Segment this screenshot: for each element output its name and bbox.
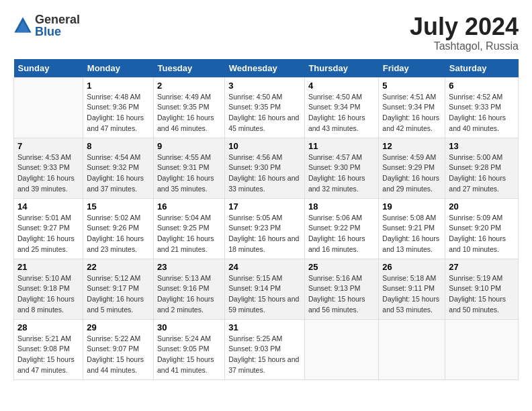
day-info: Sunrise: 4:57 AMSunset: 9:30 PMDaylight:… [308, 152, 375, 195]
calendar-cell: 16Sunrise: 5:04 AMSunset: 9:25 PMDayligh… [153, 198, 224, 259]
calendar-cell [14, 77, 83, 138]
logo-text: General Blue [35, 13, 80, 38]
day-number: 21 [17, 262, 79, 272]
calendar-cell: 24Sunrise: 5:15 AMSunset: 9:14 PMDayligh… [225, 259, 305, 319]
day-info: Sunrise: 4:56 AMSunset: 9:30 PMDaylight:… [228, 152, 301, 195]
day-number: 14 [17, 201, 79, 212]
calendar-cell: 30Sunrise: 5:24 AMSunset: 9:05 PMDayligh… [153, 319, 224, 379]
calendar-cell: 17Sunrise: 5:05 AMSunset: 9:23 PMDayligh… [225, 198, 305, 259]
day-number: 31 [228, 322, 301, 332]
day-info: Sunrise: 5:02 AMSunset: 9:26 PMDaylight:… [87, 213, 150, 255]
day-number: 4 [308, 81, 375, 91]
calendar-cell: 29Sunrise: 5:22 AMSunset: 9:07 PMDayligh… [83, 319, 154, 379]
calendar-cell: 26Sunrise: 5:18 AMSunset: 9:11 PMDayligh… [379, 259, 445, 319]
calendar-cell: 18Sunrise: 5:06 AMSunset: 9:22 PMDayligh… [304, 198, 378, 259]
calendar-cell: 20Sunrise: 5:09 AMSunset: 9:20 PMDayligh… [445, 198, 519, 259]
day-number: 1 [87, 81, 150, 91]
logo-general: General [35, 13, 80, 26]
weekday-header: Thursday [304, 59, 378, 78]
calendar-cell: 6Sunrise: 4:52 AMSunset: 9:33 PMDaylight… [445, 77, 519, 138]
day-info: Sunrise: 5:04 AMSunset: 9:25 PMDaylight:… [157, 213, 221, 255]
day-info: Sunrise: 5:12 AMSunset: 9:17 PMDaylight:… [87, 273, 150, 316]
logo: General Blue [13, 13, 80, 38]
month-year-title: July 2024 [410, 13, 519, 40]
title-block: July 2024 Tashtagol, Russia [410, 13, 519, 52]
calendar-cell: 2Sunrise: 4:49 AMSunset: 9:35 PMDaylight… [153, 77, 224, 138]
day-number: 15 [87, 201, 150, 212]
day-number: 30 [157, 322, 221, 332]
weekday-header: Tuesday [153, 59, 224, 78]
day-number: 7 [17, 141, 79, 151]
calendar-cell: 8Sunrise: 4:54 AMSunset: 9:32 PMDaylight… [83, 138, 154, 198]
weekday-header-row: SundayMondayTuesdayWednesdayThursdayFrid… [14, 59, 519, 78]
calendar-week-row: 7Sunrise: 4:53 AMSunset: 9:33 PMDaylight… [14, 138, 519, 198]
day-info: Sunrise: 5:05 AMSunset: 9:23 PMDaylight:… [228, 213, 301, 255]
day-info: Sunrise: 5:08 AMSunset: 9:21 PMDaylight:… [382, 213, 441, 255]
calendar-cell: 1Sunrise: 4:48 AMSunset: 9:36 PMDaylight… [83, 77, 154, 138]
weekday-header: Sunday [14, 59, 83, 78]
calendar-cell: 31Sunrise: 5:25 AMSunset: 9:03 PMDayligh… [225, 319, 305, 379]
day-number: 25 [308, 262, 375, 272]
day-info: Sunrise: 5:24 AMSunset: 9:05 PMDaylight:… [157, 334, 221, 376]
day-info: Sunrise: 5:21 AMSunset: 9:08 PMDaylight:… [17, 334, 79, 376]
day-number: 2 [157, 81, 221, 91]
day-number: 28 [17, 322, 79, 332]
day-info: Sunrise: 5:13 AMSunset: 9:16 PMDaylight:… [157, 273, 221, 316]
weekday-header: Monday [83, 59, 154, 78]
location-subtitle: Tashtagol, Russia [410, 40, 519, 52]
calendar-cell: 3Sunrise: 4:50 AMSunset: 9:35 PMDaylight… [225, 77, 305, 138]
weekday-header: Friday [379, 59, 445, 78]
day-info: Sunrise: 5:00 AMSunset: 9:28 PMDaylight:… [449, 152, 515, 195]
day-info: Sunrise: 5:09 AMSunset: 9:20 PMDaylight:… [449, 213, 515, 255]
day-number: 5 [382, 81, 441, 91]
day-info: Sunrise: 4:55 AMSunset: 9:31 PMDaylight:… [157, 152, 221, 195]
weekday-header: Wednesday [225, 59, 305, 78]
day-number: 17 [228, 201, 301, 212]
calendar-cell: 27Sunrise: 5:19 AMSunset: 9:10 PMDayligh… [445, 259, 519, 319]
day-number: 24 [228, 262, 301, 272]
day-number: 13 [449, 141, 515, 151]
calendar-cell: 15Sunrise: 5:02 AMSunset: 9:26 PMDayligh… [83, 198, 154, 259]
calendar-cell: 22Sunrise: 5:12 AMSunset: 9:17 PMDayligh… [83, 259, 154, 319]
calendar-cell: 28Sunrise: 5:21 AMSunset: 9:08 PMDayligh… [14, 319, 83, 379]
day-number: 8 [87, 141, 150, 151]
calendar-cell: 19Sunrise: 5:08 AMSunset: 9:21 PMDayligh… [379, 198, 445, 259]
calendar-cell: 7Sunrise: 4:53 AMSunset: 9:33 PMDaylight… [14, 138, 83, 198]
day-info: Sunrise: 5:10 AMSunset: 9:18 PMDaylight:… [17, 273, 79, 316]
day-info: Sunrise: 5:22 AMSunset: 9:07 PMDaylight:… [87, 334, 150, 376]
day-number: 26 [382, 262, 441, 272]
calendar-cell: 9Sunrise: 4:55 AMSunset: 9:31 PMDaylight… [153, 138, 224, 198]
page-header: General Blue July 2024 Tashtagol, Russia [13, 13, 519, 52]
logo-icon [13, 16, 32, 35]
day-info: Sunrise: 4:54 AMSunset: 9:32 PMDaylight:… [87, 152, 150, 195]
day-info: Sunrise: 5:06 AMSunset: 9:22 PMDaylight:… [308, 213, 375, 255]
calendar-cell: 5Sunrise: 4:51 AMSunset: 9:34 PMDaylight… [379, 77, 445, 138]
day-number: 6 [449, 81, 515, 91]
calendar-cell: 23Sunrise: 5:13 AMSunset: 9:16 PMDayligh… [153, 259, 224, 319]
day-number: 19 [382, 201, 441, 212]
day-number: 23 [157, 262, 221, 272]
calendar-cell: 21Sunrise: 5:10 AMSunset: 9:18 PMDayligh… [14, 259, 83, 319]
day-number: 9 [157, 141, 221, 151]
day-info: Sunrise: 4:51 AMSunset: 9:34 PMDaylight:… [382, 92, 441, 134]
day-info: Sunrise: 4:50 AMSunset: 9:35 PMDaylight:… [228, 92, 301, 134]
calendar-week-row: 21Sunrise: 5:10 AMSunset: 9:18 PMDayligh… [14, 259, 519, 319]
day-number: 27 [449, 262, 515, 272]
day-info: Sunrise: 5:01 AMSunset: 9:27 PMDaylight:… [17, 213, 79, 255]
day-number: 16 [157, 201, 221, 212]
calendar-week-row: 14Sunrise: 5:01 AMSunset: 9:27 PMDayligh… [14, 198, 519, 259]
day-info: Sunrise: 4:49 AMSunset: 9:35 PMDaylight:… [157, 92, 221, 134]
calendar-cell: 25Sunrise: 5:16 AMSunset: 9:13 PMDayligh… [304, 259, 378, 319]
day-info: Sunrise: 5:19 AMSunset: 9:10 PMDaylight:… [449, 273, 515, 316]
day-number: 22 [87, 262, 150, 272]
day-number: 10 [228, 141, 301, 151]
calendar-cell: 4Sunrise: 4:50 AMSunset: 9:34 PMDaylight… [304, 77, 378, 138]
calendar-table: SundayMondayTuesdayWednesdayThursdayFrid… [13, 59, 519, 380]
calendar-cell: 14Sunrise: 5:01 AMSunset: 9:27 PMDayligh… [14, 198, 83, 259]
calendar-week-row: 1Sunrise: 4:48 AMSunset: 9:36 PMDaylight… [14, 77, 519, 138]
day-number: 29 [87, 322, 150, 332]
day-info: Sunrise: 5:18 AMSunset: 9:11 PMDaylight:… [382, 273, 441, 316]
day-info: Sunrise: 4:48 AMSunset: 9:36 PMDaylight:… [87, 92, 150, 134]
day-number: 11 [308, 141, 375, 151]
day-info: Sunrise: 5:25 AMSunset: 9:03 PMDaylight:… [228, 334, 301, 376]
